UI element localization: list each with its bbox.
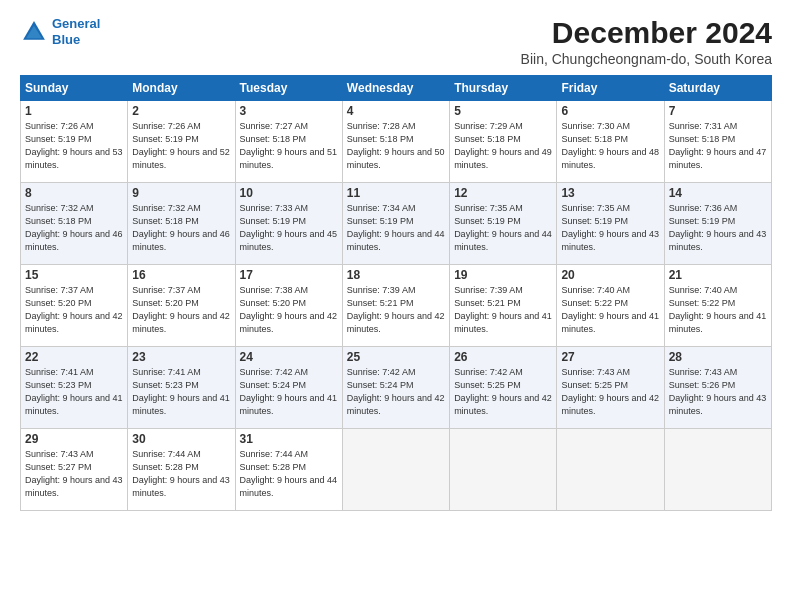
day-info: Sunrise: 7:42 AM Sunset: 5:25 PM Dayligh… xyxy=(454,366,552,418)
day-number: 9 xyxy=(132,186,230,200)
day-number: 2 xyxy=(132,104,230,118)
calendar-cell xyxy=(664,429,771,511)
day-info: Sunrise: 7:35 AM Sunset: 5:19 PM Dayligh… xyxy=(561,202,659,254)
calendar-cell: 31Sunrise: 7:44 AM Sunset: 5:28 PM Dayli… xyxy=(235,429,342,511)
day-info: Sunrise: 7:39 AM Sunset: 5:21 PM Dayligh… xyxy=(454,284,552,336)
logo-line1: General xyxy=(52,16,100,31)
day-number: 23 xyxy=(132,350,230,364)
calendar-week-5: 29Sunrise: 7:43 AM Sunset: 5:27 PM Dayli… xyxy=(21,429,772,511)
calendar-week-4: 22Sunrise: 7:41 AM Sunset: 5:23 PM Dayli… xyxy=(21,347,772,429)
logo-line2: Blue xyxy=(52,32,80,47)
day-info: Sunrise: 7:32 AM Sunset: 5:18 PM Dayligh… xyxy=(25,202,123,254)
day-info: Sunrise: 7:37 AM Sunset: 5:20 PM Dayligh… xyxy=(132,284,230,336)
calendar-cell: 27Sunrise: 7:43 AM Sunset: 5:25 PM Dayli… xyxy=(557,347,664,429)
day-number: 11 xyxy=(347,186,445,200)
calendar-cell: 25Sunrise: 7:42 AM Sunset: 5:24 PM Dayli… xyxy=(342,347,449,429)
title-block: December 2024 Biin, Chungcheongnam-do, S… xyxy=(521,16,772,67)
day-info: Sunrise: 7:33 AM Sunset: 5:19 PM Dayligh… xyxy=(240,202,338,254)
day-number: 17 xyxy=(240,268,338,282)
day-info: Sunrise: 7:26 AM Sunset: 5:19 PM Dayligh… xyxy=(25,120,123,172)
day-number: 22 xyxy=(25,350,123,364)
day-number: 28 xyxy=(669,350,767,364)
weekday-header-wednesday: Wednesday xyxy=(342,76,449,101)
day-info: Sunrise: 7:34 AM Sunset: 5:19 PM Dayligh… xyxy=(347,202,445,254)
calendar-cell: 12Sunrise: 7:35 AM Sunset: 5:19 PM Dayli… xyxy=(450,183,557,265)
calendar-cell: 22Sunrise: 7:41 AM Sunset: 5:23 PM Dayli… xyxy=(21,347,128,429)
calendar-cell: 2Sunrise: 7:26 AM Sunset: 5:19 PM Daylig… xyxy=(128,101,235,183)
day-info: Sunrise: 7:35 AM Sunset: 5:19 PM Dayligh… xyxy=(454,202,552,254)
day-info: Sunrise: 7:37 AM Sunset: 5:20 PM Dayligh… xyxy=(25,284,123,336)
calendar-cell: 29Sunrise: 7:43 AM Sunset: 5:27 PM Dayli… xyxy=(21,429,128,511)
day-number: 4 xyxy=(347,104,445,118)
calendar-cell: 17Sunrise: 7:38 AM Sunset: 5:20 PM Dayli… xyxy=(235,265,342,347)
day-info: Sunrise: 7:43 AM Sunset: 5:27 PM Dayligh… xyxy=(25,448,123,500)
day-info: Sunrise: 7:30 AM Sunset: 5:18 PM Dayligh… xyxy=(561,120,659,172)
day-info: Sunrise: 7:44 AM Sunset: 5:28 PM Dayligh… xyxy=(240,448,338,500)
calendar-cell: 3Sunrise: 7:27 AM Sunset: 5:18 PM Daylig… xyxy=(235,101,342,183)
calendar-cell xyxy=(557,429,664,511)
day-number: 30 xyxy=(132,432,230,446)
day-number: 7 xyxy=(669,104,767,118)
day-info: Sunrise: 7:36 AM Sunset: 5:19 PM Dayligh… xyxy=(669,202,767,254)
weekday-header-saturday: Saturday xyxy=(664,76,771,101)
calendar-cell: 20Sunrise: 7:40 AM Sunset: 5:22 PM Dayli… xyxy=(557,265,664,347)
day-info: Sunrise: 7:41 AM Sunset: 5:23 PM Dayligh… xyxy=(25,366,123,418)
calendar-cell: 15Sunrise: 7:37 AM Sunset: 5:20 PM Dayli… xyxy=(21,265,128,347)
calendar-subtitle: Biin, Chungcheongnam-do, South Korea xyxy=(521,51,772,67)
calendar-cell: 26Sunrise: 7:42 AM Sunset: 5:25 PM Dayli… xyxy=(450,347,557,429)
weekday-header-sunday: Sunday xyxy=(21,76,128,101)
day-info: Sunrise: 7:29 AM Sunset: 5:18 PM Dayligh… xyxy=(454,120,552,172)
day-info: Sunrise: 7:27 AM Sunset: 5:18 PM Dayligh… xyxy=(240,120,338,172)
calendar-week-2: 8Sunrise: 7:32 AM Sunset: 5:18 PM Daylig… xyxy=(21,183,772,265)
weekday-header-tuesday: Tuesday xyxy=(235,76,342,101)
day-number: 21 xyxy=(669,268,767,282)
calendar-cell: 11Sunrise: 7:34 AM Sunset: 5:19 PM Dayli… xyxy=(342,183,449,265)
calendar-cell: 5Sunrise: 7:29 AM Sunset: 5:18 PM Daylig… xyxy=(450,101,557,183)
calendar-cell: 13Sunrise: 7:35 AM Sunset: 5:19 PM Dayli… xyxy=(557,183,664,265)
calendar-week-1: 1Sunrise: 7:26 AM Sunset: 5:19 PM Daylig… xyxy=(21,101,772,183)
calendar-cell xyxy=(450,429,557,511)
weekday-header-row: SundayMondayTuesdayWednesdayThursdayFrid… xyxy=(21,76,772,101)
day-number: 5 xyxy=(454,104,552,118)
day-info: Sunrise: 7:32 AM Sunset: 5:18 PM Dayligh… xyxy=(132,202,230,254)
day-info: Sunrise: 7:44 AM Sunset: 5:28 PM Dayligh… xyxy=(132,448,230,500)
weekday-header-friday: Friday xyxy=(557,76,664,101)
day-info: Sunrise: 7:43 AM Sunset: 5:25 PM Dayligh… xyxy=(561,366,659,418)
day-number: 29 xyxy=(25,432,123,446)
page-container: General Blue December 2024 Biin, Chungch… xyxy=(0,0,792,521)
day-number: 10 xyxy=(240,186,338,200)
calendar-cell: 28Sunrise: 7:43 AM Sunset: 5:26 PM Dayli… xyxy=(664,347,771,429)
calendar-title: December 2024 xyxy=(521,16,772,49)
day-info: Sunrise: 7:38 AM Sunset: 5:20 PM Dayligh… xyxy=(240,284,338,336)
calendar-cell: 30Sunrise: 7:44 AM Sunset: 5:28 PM Dayli… xyxy=(128,429,235,511)
day-number: 27 xyxy=(561,350,659,364)
weekday-header-thursday: Thursday xyxy=(450,76,557,101)
day-number: 16 xyxy=(132,268,230,282)
day-number: 20 xyxy=(561,268,659,282)
calendar-table: SundayMondayTuesdayWednesdayThursdayFrid… xyxy=(20,75,772,511)
day-number: 18 xyxy=(347,268,445,282)
day-info: Sunrise: 7:31 AM Sunset: 5:18 PM Dayligh… xyxy=(669,120,767,172)
calendar-cell: 6Sunrise: 7:30 AM Sunset: 5:18 PM Daylig… xyxy=(557,101,664,183)
day-info: Sunrise: 7:42 AM Sunset: 5:24 PM Dayligh… xyxy=(347,366,445,418)
calendar-week-3: 15Sunrise: 7:37 AM Sunset: 5:20 PM Dayli… xyxy=(21,265,772,347)
logo-text: General Blue xyxy=(52,16,100,47)
day-info: Sunrise: 7:39 AM Sunset: 5:21 PM Dayligh… xyxy=(347,284,445,336)
day-number: 14 xyxy=(669,186,767,200)
day-number: 12 xyxy=(454,186,552,200)
day-number: 26 xyxy=(454,350,552,364)
calendar-cell xyxy=(342,429,449,511)
calendar-cell: 16Sunrise: 7:37 AM Sunset: 5:20 PM Dayli… xyxy=(128,265,235,347)
logo: General Blue xyxy=(20,16,100,47)
calendar-cell: 8Sunrise: 7:32 AM Sunset: 5:18 PM Daylig… xyxy=(21,183,128,265)
day-number: 15 xyxy=(25,268,123,282)
calendar-cell: 14Sunrise: 7:36 AM Sunset: 5:19 PM Dayli… xyxy=(664,183,771,265)
calendar-cell: 4Sunrise: 7:28 AM Sunset: 5:18 PM Daylig… xyxy=(342,101,449,183)
calendar-cell: 21Sunrise: 7:40 AM Sunset: 5:22 PM Dayli… xyxy=(664,265,771,347)
calendar-cell: 23Sunrise: 7:41 AM Sunset: 5:23 PM Dayli… xyxy=(128,347,235,429)
day-number: 3 xyxy=(240,104,338,118)
day-number: 13 xyxy=(561,186,659,200)
header: General Blue December 2024 Biin, Chungch… xyxy=(20,16,772,67)
calendar-cell: 7Sunrise: 7:31 AM Sunset: 5:18 PM Daylig… xyxy=(664,101,771,183)
day-info: Sunrise: 7:40 AM Sunset: 5:22 PM Dayligh… xyxy=(561,284,659,336)
